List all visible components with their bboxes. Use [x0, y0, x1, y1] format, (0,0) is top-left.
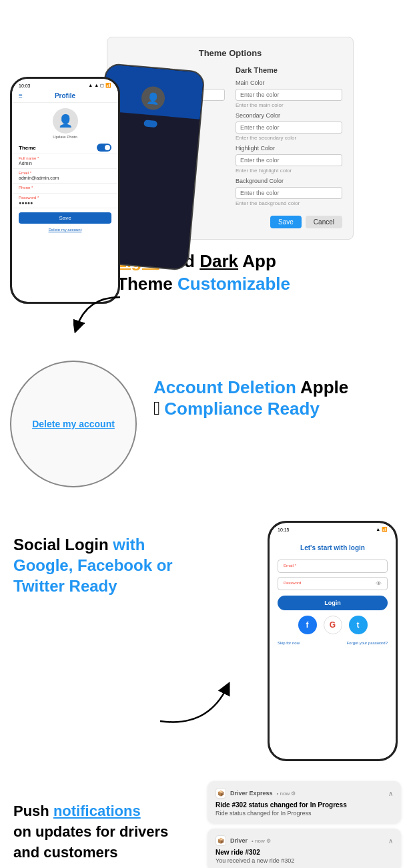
phone-save-btn[interactable]: Save	[19, 212, 111, 224]
dark-col-title: Dark Theme	[236, 66, 342, 74]
notif-time-2: • now ⚙	[252, 838, 271, 844]
notification-cards: 📦 Driver Express • now ⚙ ∧ Ride #302 sta…	[208, 781, 401, 868]
phone-nav-title: Profile	[55, 92, 75, 99]
notif-app-name-1: Driver Express	[230, 790, 273, 797]
notif-chevron-2[interactable]: ∧	[388, 837, 393, 845]
social-heading-line3: Twitter Ready	[13, 576, 200, 596]
compliance-ready: Compliance Ready	[164, 399, 320, 419]
apple-word: Apple	[300, 377, 348, 397]
menu-icon[interactable]: ≡	[19, 92, 23, 99]
delete-account-button[interactable]: Delete my account	[32, 419, 115, 429]
email-value: admin@admin.com	[19, 175, 111, 181]
notif-body-1: Ride status changed for In Progress	[216, 810, 393, 817]
dark-main-input[interactable]	[236, 89, 342, 101]
notif-body-2: You received a new ride #302	[216, 857, 393, 864]
dark-bg-label: Background Color	[236, 178, 342, 184]
dark-main-hint: Enter the main color	[236, 102, 342, 108]
notif-app-icon-1: 📦	[216, 788, 226, 799]
push-text: Push notifications on updates for driver…	[13, 801, 187, 863]
compliance-text: Compliance Ready	[164, 399, 320, 419]
push-heading: Push notifications	[13, 801, 187, 822]
phone2-email-field: Email *	[278, 560, 388, 573]
apple-icon: 	[153, 398, 160, 419]
notif-app-icon-2: 📦	[216, 835, 226, 846]
phone-field: Phone *	[12, 184, 118, 194]
theme-toggle[interactable]	[97, 144, 111, 152]
apple-compliance-row:  Compliance Ready	[153, 398, 400, 419]
deletion-text: Account Deletion Apple  Compliance Read…	[153, 377, 400, 419]
notif-card-1: 📦 Driver Express • now ⚙ ∧ Ride #302 sta…	[208, 781, 401, 823]
dark-highlight-label: Highlight Color	[236, 145, 342, 152]
fullname-value: Admin	[19, 160, 111, 166]
google-login-button[interactable]: G	[324, 616, 342, 634]
dark-main-label: Main Color	[236, 79, 342, 86]
phone2-password-field: Password 👁	[278, 577, 388, 590]
twitter-ready: Twitter Ready	[13, 577, 117, 595]
push-heading-rest: on updates for drivers and customers	[13, 822, 187, 863]
section-deletion: Delete my account Account Deletion Apple…	[0, 341, 411, 521]
notif-card-2: 📦 Driver • now ⚙ ∧ New ride #302 You rec…	[208, 829, 401, 868]
notif-title-1: Ride #302 status changed for In Progress	[216, 801, 393, 809]
update-photo-label[interactable]: Update Photo	[53, 135, 77, 139]
notif-card-2-header: 📦 Driver • now ⚙ ∧	[216, 835, 393, 846]
heading-customizable: Customizable	[177, 274, 290, 294]
notifications-word: notifications	[53, 803, 141, 819]
theme-label: Theme	[19, 145, 36, 151]
section-push: Push notifications on updates for driver…	[0, 781, 411, 868]
dark-bg-hint: Enter the background color	[236, 200, 342, 206]
phone-signal-icon: ▲ ▲ ◻ 📶	[88, 83, 111, 88]
phone-status-bar: 10:03 ▲ ▲ ◻ 📶	[12, 79, 118, 89]
theme-panel-title: Theme Options	[118, 48, 342, 58]
dark-secondary-input[interactable]	[236, 122, 342, 134]
skip-link[interactable]: Skip for now	[278, 641, 300, 645]
facebook-login-button[interactable]: f	[298, 616, 317, 634]
section-social: Social Login with Google, Facebook or Tw…	[0, 521, 411, 781]
theme-cancel-button[interactable]: Cancel	[306, 216, 342, 228]
avatar: 👤	[53, 108, 78, 134]
deletion-heading-line1: Account Deletion Apple	[153, 377, 400, 398]
social-providers: Google, Facebook or	[13, 556, 173, 574]
phone2-password-label: Password	[284, 581, 382, 585]
phone2-links: Skip for now Forgot your password?	[270, 638, 396, 648]
eye-icon[interactable]: 👁	[376, 580, 382, 587]
notif-app-row-1: 📦 Driver Express • now ⚙	[216, 788, 296, 799]
notif-card-1-header: 📦 Driver Express • now ⚙ ∧	[216, 788, 393, 799]
phone2-login-btn[interactable]: Login	[278, 596, 388, 610]
social-icons-row: f G t	[270, 616, 396, 634]
dark-secondary-hint: Enter the secondary color	[236, 135, 342, 141]
theme-save-button[interactable]: Save	[270, 216, 302, 228]
password-field: Password * ●●●●●	[12, 194, 118, 208]
account-deletion-word: Account Deletion	[153, 377, 296, 397]
phone2-time: 10:15	[278, 527, 290, 532]
social-with-word: with	[113, 535, 145, 554]
dark-bg-input[interactable]	[236, 187, 342, 199]
twitter-login-button[interactable]: t	[349, 616, 368, 634]
push-word: Push	[13, 803, 53, 819]
section-theme: Theme Options Light Theme Main Color Dar…	[0, 0, 411, 341]
social-heading: Social Login with	[13, 534, 200, 555]
dark-highlight-input[interactable]	[236, 154, 342, 166]
email-field: Email * admin@admin.com	[12, 169, 118, 184]
social-text: Social Login with Google, Facebook or Tw…	[13, 534, 200, 597]
phone2-signal-icon: ▲ 📶	[376, 527, 388, 532]
phone-nav: ≡ Profile	[12, 89, 118, 103]
phone2-email-label: Email *	[284, 564, 382, 568]
deletion-circle: Delete my account	[10, 361, 137, 487]
dark-avatar: 👤	[140, 85, 165, 111]
phone-screen-light: 10:03 ▲ ▲ ◻ 📶 ≡ Profile 👤 Update Photo T…	[12, 79, 118, 302]
notif-title-2: New ride #302	[216, 849, 393, 856]
arrow-theme	[73, 294, 127, 334]
fullname-field: Full name * Admin	[12, 154, 118, 169]
notif-chevron-1[interactable]: ∧	[388, 790, 393, 797]
password-value: ●●●●●	[19, 200, 111, 206]
social-heading-line2: Google, Facebook or	[13, 555, 200, 576]
arrow-social	[153, 674, 234, 728]
heading-app: App	[242, 251, 276, 271]
phone-mockup-login: 10:15 ▲ 📶 Let's start with login Email *…	[268, 521, 398, 761]
dark-highlight-hint: Enter the highlight color	[236, 168, 342, 174]
phone-screen-login: 10:15 ▲ 📶 Let's start with login Email *…	[270, 523, 396, 759]
phone-time: 10:03	[19, 83, 31, 88]
forgot-link[interactable]: Forgot your password?	[347, 641, 388, 645]
dark-toggle[interactable]	[143, 120, 157, 128]
phone-delete-link[interactable]: Delete my account	[12, 228, 118, 234]
